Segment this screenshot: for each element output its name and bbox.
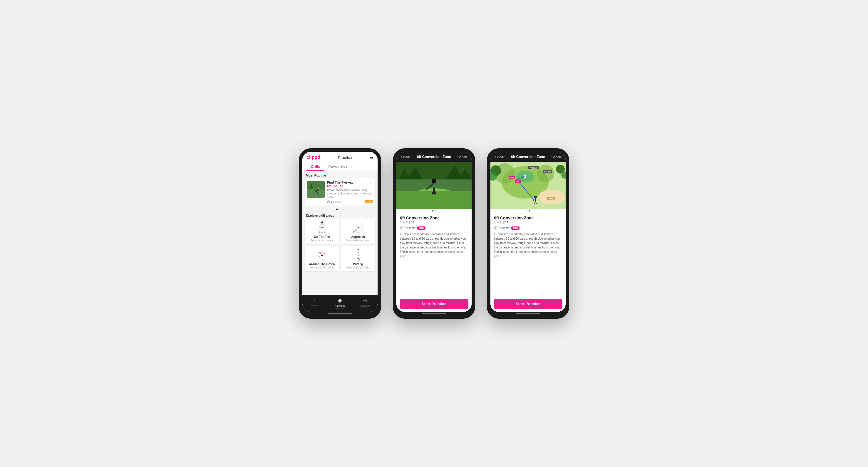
drill-subtitle: Off The Tee xyxy=(327,185,373,188)
approach-name: Approach xyxy=(351,235,365,238)
carousel-dots xyxy=(302,207,378,211)
drill-description: Create an imaginary fairway using trees … xyxy=(327,189,373,199)
shots-info-3: 20 shots xyxy=(494,226,509,230)
tab-drills[interactable]: Drills xyxy=(307,162,324,171)
putting-icon xyxy=(351,248,366,261)
svg-point-20 xyxy=(321,227,322,228)
ott-badge: OTT xyxy=(365,200,373,203)
start-practice-button-2[interactable]: Start Practice xyxy=(400,299,468,309)
svg-text:SAND: SAND xyxy=(549,198,554,200)
drill-map: Hit Miss FAIRWAY ROUGH SAND xyxy=(490,162,566,209)
clock-icon-3 xyxy=(494,226,497,230)
svg-line-30 xyxy=(358,224,361,227)
skill-card-ott[interactable]: Off The Tee Power and accuracy xyxy=(305,219,339,244)
top-bar: clippd Practice ☰ xyxy=(307,155,373,160)
ott-desc: Power and accuracy xyxy=(311,239,333,242)
detail-fav-star-3[interactable]: ☆ xyxy=(558,215,562,221)
golf-map: Hit Miss FAIRWAY ROUGH SAND xyxy=(490,162,566,209)
phone3-header: < Back 6ft Conversion Zone Cancel xyxy=(490,152,566,162)
svg-point-36 xyxy=(318,256,320,257)
home-indicator-2 xyxy=(422,313,446,314)
ott-icon xyxy=(315,221,330,234)
drill-page-title: 6ft Conversion Zone xyxy=(417,155,451,159)
phone2-header: < Back 6ft Conversion Zone Cancel xyxy=(396,152,472,162)
drill-detail-meta-2: 20 shots ARG xyxy=(400,226,468,230)
back-button[interactable]: < Back xyxy=(401,155,410,159)
svg-point-40 xyxy=(357,249,359,251)
phone1-header: clippd Practice ☰ Drills Favourites xyxy=(302,152,378,171)
shots-info-2: 20 shots xyxy=(400,226,415,230)
tab-favourites[interactable]: Favourites xyxy=(324,162,352,171)
svg-point-19 xyxy=(321,222,323,223)
svg-line-18 xyxy=(322,222,327,230)
svg-text:Hit: Hit xyxy=(517,181,519,183)
clock-icon-2 xyxy=(400,226,403,230)
skill-card-putting[interactable]: Putting Make and lag practice xyxy=(341,246,375,271)
putting-svg xyxy=(351,248,366,261)
image-dots-2 xyxy=(396,209,472,213)
svg-text:ROUGH: ROUGH xyxy=(544,171,551,173)
clock-icon xyxy=(327,200,330,203)
nav-activities[interactable]: ◈ Activities xyxy=(327,297,352,308)
arg-desc: Hone your short game xyxy=(309,266,334,269)
drill-title: Find The Fairway xyxy=(327,180,373,185)
svg-line-27 xyxy=(354,227,358,232)
nav-home[interactable]: ⌂ Home xyxy=(302,297,327,308)
back-button-3[interactable]: < Back xyxy=(495,155,504,159)
drill-detail-meta-3: 20 shots ARG xyxy=(494,226,562,230)
phone-2-screen: < Back 6ft Conversion Zone Cancel xyxy=(396,152,472,312)
home-indicator-1 xyxy=(328,313,352,314)
arg-badge-2: ARG xyxy=(417,227,426,230)
cancel-button[interactable]: Cancel xyxy=(458,155,467,159)
approach-icon xyxy=(351,221,366,234)
nav-capture[interactable]: ⊕ Capture xyxy=(352,297,378,308)
start-practice-button-3[interactable]: Start Practice xyxy=(494,299,562,309)
app-logo: clippd xyxy=(307,155,320,160)
dot-2 xyxy=(339,208,341,210)
drill-detail-range-3: 10-50 yds xyxy=(494,220,534,224)
image-dot-2 xyxy=(435,210,436,211)
header-title: Practice xyxy=(338,155,352,160)
svg-text:Miss: Miss xyxy=(510,176,514,178)
capture-label: Capture xyxy=(360,304,370,307)
phone-2: < Back 6ft Conversion Zone Cancel xyxy=(393,148,475,319)
image-dot-3-1 xyxy=(526,210,527,211)
skill-card-arg[interactable]: Around The Green Hone your short game xyxy=(305,246,339,271)
home-icon: ⌂ xyxy=(313,297,316,303)
skill-card-approach[interactable]: Approach Dial-in to hit the green xyxy=(341,219,375,244)
drill-detail-title-3: 6ft Conversion Zone xyxy=(494,215,534,220)
drill-photo xyxy=(396,162,472,209)
ott-svg xyxy=(315,221,330,234)
nav-active-indicator xyxy=(336,308,344,308)
svg-point-21 xyxy=(318,232,320,233)
svg-point-23 xyxy=(324,232,326,233)
golf-map-svg: Hit Miss FAIRWAY ROUGH SAND xyxy=(490,162,566,209)
cancel-button-3[interactable]: Cancel xyxy=(552,155,561,159)
svg-text:FAIRWAY: FAIRWAY xyxy=(530,167,538,169)
putting-name: Putting xyxy=(353,263,363,266)
favourite-star[interactable]: ☆ xyxy=(370,180,373,185)
phone-3: < Back 6ft Conversion Zone Cancel xyxy=(487,148,569,319)
image-dots-3 xyxy=(490,209,566,213)
explore-label: Explore skill areas xyxy=(302,211,378,219)
menu-icon[interactable]: ☰ xyxy=(370,155,373,160)
svg-point-28 xyxy=(353,231,354,233)
approach-svg xyxy=(351,221,366,234)
drill-detail-content-3: 6ft Conversion Zone 10-50 yds ☆ 20 shots… xyxy=(490,213,566,312)
svg-line-17 xyxy=(318,222,322,230)
image-dot-3-2 xyxy=(529,210,530,211)
drill-footer: 10 shots OTT xyxy=(327,200,373,203)
arg-name: Around The Green xyxy=(309,263,335,266)
drill-thumbnail xyxy=(307,180,325,198)
activities-label: Activities xyxy=(335,304,345,307)
dot-1 xyxy=(336,208,338,210)
drill-title-group-3: 6ft Conversion Zone 10-50 yds xyxy=(494,215,534,225)
arg-icon xyxy=(315,248,330,261)
arg-badge-3: ARG xyxy=(511,227,520,230)
drill-detail-content-2: 6ft Conversion Zone 10-50 yds ☆ 20 shots… xyxy=(396,213,472,312)
featured-drill-card[interactable]: Find The Fairway Off The Tee Create an i… xyxy=(305,178,375,206)
home-indicator-3 xyxy=(516,313,540,314)
detail-fav-star-2[interactable]: ☆ xyxy=(464,215,468,221)
drill-page-title-3: 6ft Conversion Zone xyxy=(511,155,545,159)
ott-name: Off The Tee xyxy=(314,235,330,238)
